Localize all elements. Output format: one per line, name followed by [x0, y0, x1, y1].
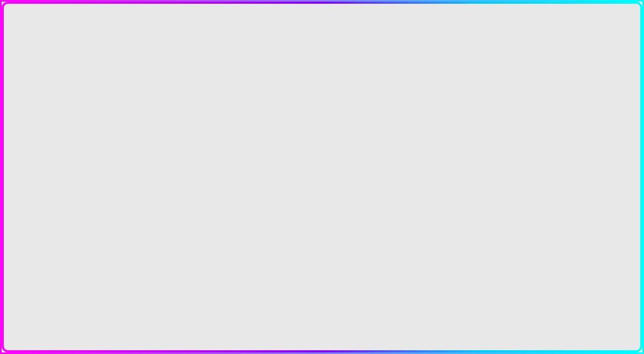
angle-slider-row: 90°	[10, 131, 143, 146]
gradient-canvas[interactable]	[206, 42, 469, 316]
app-title: HD Gradients	[49, 66, 104, 76]
color-stop-1-more-btn[interactable]: ⋮	[622, 56, 631, 64]
canvas-area: HDR < >	[152, 2, 522, 354]
add-color-label: Add a random color	[547, 333, 608, 341]
dot-bc[interactable]	[40, 121, 43, 124]
color-stop-2: oklch(90% 0.5 200) ⋮ 100% 100%	[531, 110, 637, 153]
dot-br[interactable]	[45, 121, 48, 124]
example-3[interactable]	[55, 332, 74, 350]
color-space-info-icon[interactable]: i	[531, 29, 540, 38]
example-6[interactable]	[123, 332, 141, 350]
layer-half-circle-btn[interactable]	[112, 91, 126, 105]
dot-tr[interactable]	[45, 111, 48, 114]
direction-select[interactable]: to right ▾	[54, 112, 89, 125]
add-random-color-button[interactable]: Add a random color	[531, 326, 637, 347]
angle-label: Angle	[10, 114, 31, 122]
example-1[interactable]	[10, 332, 28, 350]
color-stop-2-pct2: 100%	[613, 138, 631, 144]
color-stop-1-slider2-row: 0%	[538, 77, 631, 85]
svg-rect-4	[62, 34, 92, 35]
svg-point-22	[336, 178, 338, 180]
color-stop-1-pct1: 0%	[613, 69, 631, 75]
color-space-select[interactable]: oklab ▾	[606, 27, 637, 40]
nav-left-icon: <	[502, 13, 505, 20]
example-5[interactable]	[100, 332, 119, 350]
dot-bl[interactable]	[35, 121, 38, 124]
color-stop-2-slider2[interactable]	[548, 140, 610, 142]
add-layer-button[interactable]: +	[67, 287, 86, 306]
color-space-row: i Color Space oklab ▾	[531, 27, 637, 40]
direction-value: to right	[58, 114, 78, 122]
color-stop-1-slider3-row: 50%	[538, 88, 631, 96]
color-stop-2-slider1[interactable]	[548, 131, 610, 132]
angle-icon	[10, 131, 22, 146]
color-stop-1-slider1[interactable]	[548, 71, 610, 73]
examples-label: HD EXAMPLES	[10, 322, 143, 328]
example-2[interactable]	[33, 332, 51, 350]
dot-tc[interactable]	[40, 111, 43, 114]
dot-ml[interactable]	[35, 116, 38, 119]
sidebar-header: BETA	[2, 2, 151, 84]
example-7[interactable]	[141, 332, 150, 350]
left-sidebar: BETA	[2, 2, 152, 354]
dot-mc[interactable]	[40, 116, 43, 119]
dot-tl[interactable]	[35, 111, 38, 114]
dropdown-arrow: ▾	[80, 114, 84, 122]
svg-rect-12	[53, 44, 101, 61]
angle-value: 90°	[126, 135, 143, 142]
direction-dots-grid[interactable]	[35, 111, 48, 125]
layer-title-row: ▾ Layer 1	[10, 94, 41, 102]
svg-point-23	[632, 13, 634, 16]
color-stop-1-pct3: 50%	[613, 89, 631, 95]
color-stop-1-value: oklch(70% 0.5 340)	[550, 57, 618, 63]
color-stop-2-slider1-row: 100%	[538, 128, 631, 134]
color-stop-1-header: oklch(70% 0.5 340) ⋮	[538, 56, 631, 64]
settings-icon[interactable]	[628, 10, 637, 20]
color-stop-1-slider1-row: 0%	[538, 69, 631, 75]
layer-grid-icon-btn[interactable]	[94, 91, 108, 105]
shuffle-icon	[612, 332, 621, 341]
svg-rect-15	[98, 98, 101, 101]
color-stop-2-more-btn[interactable]: ⋮	[622, 115, 631, 124]
beta-badge: BETA	[6, 6, 23, 13]
hdr-badge: HDR	[159, 9, 176, 17]
layer-name: Layer 1	[16, 94, 41, 102]
svg-rect-13	[98, 95, 101, 97]
example-4[interactable]	[78, 332, 96, 350]
angle-row: Angle to right ▾	[10, 111, 143, 125]
settings-icon-row	[531, 10, 637, 20]
color-stop-2-swatch[interactable]	[538, 116, 545, 124]
svg-rect-6	[62, 39, 92, 41]
svg-rect-7	[62, 41, 92, 42]
color-stop-1-pct2: 0%	[613, 78, 631, 84]
right-panel: i Color Space oklab ▾ oklch(70% 0.5 340)…	[522, 2, 644, 354]
color-stop-2-slider2-row: 100%	[538, 136, 631, 145]
color-space-value: oklab	[611, 30, 627, 37]
app-container: BETA	[2, 2, 644, 354]
angle-slider-thumb[interactable]	[64, 135, 72, 142]
nav-right-icon: >	[506, 13, 509, 20]
svg-rect-16	[102, 98, 105, 101]
layer-collapse-arrow[interactable]: ▾	[10, 95, 13, 101]
app-logo	[53, 12, 101, 61]
color-stop-1-swatch[interactable]	[538, 56, 545, 64]
layer-icons	[94, 91, 143, 105]
dot-mr[interactable]	[45, 116, 48, 119]
svg-rect-14	[102, 95, 105, 97]
svg-rect-5	[62, 37, 92, 38]
svg-point-20	[202, 175, 209, 183]
color-stop-2-value: oklch(90% 0.5 200)	[550, 117, 618, 123]
layers-section: ▾ Layer 1 Angle	[2, 84, 151, 277]
angle-slider-track[interactable]	[27, 138, 120, 140]
add-layer-icon: +	[74, 291, 80, 303]
examples-row	[10, 332, 143, 350]
color-space-dropdown-arrow: ▾	[629, 30, 632, 37]
color-stop-2-pct1: 100%	[613, 128, 631, 134]
color-stop-1: oklch(70% 0.5 340) ⋮ 0%	[531, 50, 637, 104]
canvas-nav-btn[interactable]: < >	[496, 9, 515, 24]
color-stop-2-header: oklch(90% 0.5 200) ⋮	[538, 115, 631, 124]
layer-moon-btn[interactable]	[129, 91, 143, 105]
svg-point-21	[465, 175, 472, 183]
color-stop-1-slider3[interactable]	[548, 91, 610, 93]
color-stop-1-slider2[interactable]	[548, 81, 610, 82]
